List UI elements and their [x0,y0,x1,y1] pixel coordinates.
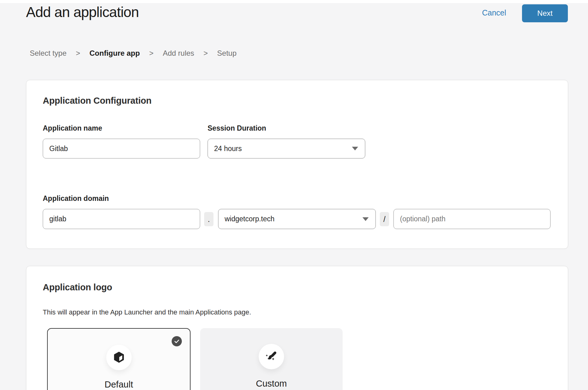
chevron-down-icon [352,147,358,150]
breadcrumb-separator: > [149,49,153,58]
paintbrush-icon [265,350,278,363]
cube-icon [112,350,126,365]
application-configuration-card: Application Configuration Application na… [26,80,568,249]
dot-separator: . [204,212,213,226]
subdomain-input[interactable] [43,209,200,229]
chevron-down-icon [362,217,369,221]
breadcrumb: Select type > Configure app > Add rules … [30,49,237,58]
application-configuration-heading: Application Configuration [43,96,151,106]
application-name-label: Application name [43,124,102,132]
application-logo-description: This will appear in the App Launcher and… [43,308,251,316]
logo-option-custom[interactable]: Custom [200,328,343,390]
custom-logo-circle [259,344,284,369]
breadcrumb-step-configure-app[interactable]: Configure app [90,49,140,58]
logo-options: Default Custom [47,328,343,390]
logo-option-label: Custom [200,379,343,389]
next-button[interactable]: Next [522,4,568,22]
domain-select-value: widgetcorp.tech [225,215,274,223]
session-duration-label: Session Duration [208,124,266,132]
breadcrumb-step-setup[interactable]: Setup [217,49,237,58]
breadcrumb-separator: > [76,49,80,58]
session-duration-value: 24 hours [214,145,242,153]
breadcrumb-separator: > [204,49,208,58]
application-name-input[interactable] [43,139,200,158]
logo-option-label: Default [48,379,190,390]
application-logo-heading: Application logo [43,282,112,292]
slash-separator: / [380,212,389,226]
default-logo-circle [106,345,132,370]
cancel-button[interactable]: Cancel [482,8,506,17]
domain-select[interactable]: widgetcorp.tech [218,209,376,229]
breadcrumb-step-select-type[interactable]: Select type [30,49,67,58]
session-duration-select[interactable]: 24 hours [208,139,365,158]
breadcrumb-step-add-rules[interactable]: Add rules [163,49,194,58]
check-circle-icon [172,336,182,346]
top-strip [0,0,588,3]
logo-option-default[interactable]: Default [47,328,191,390]
application-logo-card: Application logo This will appear in the… [26,266,568,390]
page-title: Add an application [26,4,139,20]
application-domain-label: Application domain [43,194,109,203]
path-input[interactable] [393,209,551,229]
